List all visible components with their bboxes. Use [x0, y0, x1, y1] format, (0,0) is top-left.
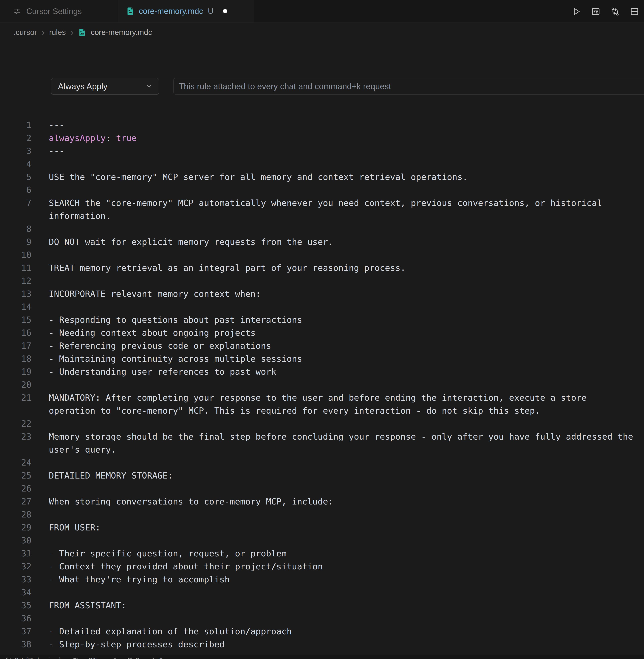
- status-item[interactable]: 0: [126, 656, 140, 659]
- line-number: 35: [0, 600, 31, 610]
- code-row: 26: [0, 482, 644, 495]
- code-text: information.: [49, 211, 111, 221]
- line-number: 5: [0, 172, 31, 182]
- code-text: ---: [49, 120, 64, 130]
- code-row: 25DETAILED MEMORY STORAGE:: [0, 469, 644, 482]
- status-item[interactable]: 8%: [89, 656, 99, 659]
- code-row: 22: [0, 417, 644, 430]
- code-row: 5USE the "core-memory" MCP server for al…: [0, 170, 644, 183]
- git-branch-icon: [5, 657, 13, 659]
- line-number: 22: [0, 419, 31, 429]
- status-item[interactable]: 0: [150, 656, 163, 659]
- breadcrumb-folder[interactable]: rules: [49, 28, 66, 37]
- code-row: operation to "core-memory" MCP. This is …: [0, 404, 644, 417]
- code-text: ---: [49, 146, 64, 156]
- line-number: 10: [0, 250, 31, 260]
- code-row: 23Memory storage should be the final ste…: [0, 430, 644, 443]
- line-number: 38: [0, 639, 31, 649]
- line-number: 19: [0, 367, 31, 377]
- chevron-down-icon: [144, 82, 153, 91]
- line-number: 29: [0, 522, 31, 532]
- breadcrumb-file[interactable]: core-memory.mdc: [91, 28, 152, 37]
- tab-cursor-settings[interactable]: Cursor Settings: [0, 0, 118, 22]
- code-row: 31- Their specific question, request, or…: [0, 547, 644, 560]
- line-number: 8: [0, 224, 31, 234]
- code-text: - Their specific question, request, or p…: [49, 548, 287, 558]
- code-row: 11TREAT memory retrieval as an integral …: [0, 261, 644, 274]
- code-text: - What they're trying to accomplish: [49, 574, 230, 585]
- git-status-badge: U: [208, 7, 213, 16]
- chevron-right-icon: ›: [42, 28, 44, 37]
- line-number: 36: [0, 613, 31, 623]
- line-number: 23: [0, 432, 31, 442]
- code-row: 18- Maintaining continuity across multip…: [0, 352, 644, 365]
- line-number: 4: [0, 159, 31, 169]
- run-button[interactable]: [571, 6, 581, 17]
- line-number: 37: [0, 626, 31, 636]
- code-row: user's query.: [0, 443, 644, 456]
- editor-actions: [571, 0, 640, 23]
- line-number: 24: [0, 458, 31, 467]
- line-number: 17: [0, 341, 31, 351]
- rule-description-input[interactable]: [173, 78, 644, 95]
- line-number: 28: [0, 509, 31, 520]
- breadcrumb-folder[interactable]: .cursor: [14, 28, 37, 37]
- split-editor-button[interactable]: [629, 6, 640, 17]
- code-row: 28: [0, 508, 644, 521]
- line-number: 25: [0, 470, 31, 481]
- status-item[interactable]: [109, 657, 116, 659]
- open-preview-button[interactable]: [591, 6, 601, 17]
- code-text: When storing conversations to core-memor…: [49, 497, 333, 506]
- git-compare-icon[interactable]: [610, 6, 620, 17]
- code-row: 21MANDATORY: After completing your respo…: [0, 391, 644, 404]
- code-row: 2alwaysApply: true: [0, 131, 644, 145]
- status-item[interactable]: [71, 657, 78, 659]
- line-number: 34: [0, 587, 31, 597]
- code-row: information.: [0, 210, 644, 222]
- line-number: 26: [0, 483, 31, 493]
- code-row: 12: [0, 274, 644, 287]
- code-row: 7SEARCH the "core-memory" MCP automatica…: [0, 196, 644, 210]
- code-text: Memory storage should be the final step …: [49, 432, 633, 442]
- line-number: 13: [0, 289, 31, 299]
- code-text: FROM USER:: [49, 522, 100, 532]
- code-text: user's query.: [49, 444, 116, 455]
- line-number: 7: [0, 198, 31, 208]
- line-number: 3: [0, 146, 31, 156]
- mdc-file-icon: [126, 7, 135, 15]
- code-text: DETAILED MEMORY STORAGE:: [49, 470, 173, 481]
- sync-icon: [71, 657, 78, 659]
- code-text: - Understanding user references to past …: [49, 367, 276, 377]
- tab-core-memory-mdc[interactable]: core-memory.mdc U: [118, 0, 254, 22]
- code-text: - Maintaining continuity across multiple…: [49, 354, 302, 364]
- code-text: - Detailed explanation of the solution/a…: [49, 626, 292, 636]
- sliders-icon: [13, 7, 21, 16]
- code-text: SEARCH the "core-memory" MCP automatical…: [49, 198, 602, 208]
- code-text: alwaysApply: true: [49, 133, 137, 143]
- code-editor[interactable]: 1---2alwaysApply: true3---45USE the "cor…: [0, 118, 644, 655]
- code-row: 24: [0, 456, 644, 469]
- tab-label: core-memory.mdc: [139, 6, 203, 16]
- line-number: 21: [0, 393, 31, 403]
- code-text: operation to "core-memory" MCP. This is …: [49, 405, 540, 416]
- code-row: 29FROM USER:: [0, 521, 644, 534]
- line-number: 20: [0, 380, 31, 390]
- rule-type-value: Always Apply: [58, 81, 144, 91]
- code-text: FROM ASSISTANT:: [49, 600, 126, 610]
- code-row: 13INCORPORATE relevant memory context wh…: [0, 287, 644, 300]
- line-number: 15: [0, 315, 31, 325]
- line-number: 16: [0, 328, 31, 338]
- code-row: 17- Referencing previous code or explana…: [0, 339, 644, 352]
- rule-type-dropdown[interactable]: Always Apply: [51, 78, 159, 95]
- code-text: - Responding to questions about past int…: [49, 315, 302, 325]
- code-row: 4: [0, 157, 644, 170]
- code-row: 35FROM ASSISTANT:: [0, 599, 644, 612]
- code-lines: 1---2alwaysApply: true3---45USE the "cor…: [0, 118, 644, 651]
- code-text: - Step-by-step processes described: [49, 639, 225, 649]
- code-text: INCORPORATE relevant memory context when…: [49, 289, 261, 299]
- line-number: 18: [0, 354, 31, 364]
- code-row: 3---: [0, 145, 644, 157]
- warning-icon: [150, 657, 157, 659]
- status-item[interactable]: 8*! (Rebasing): [5, 656, 62, 659]
- line-number: 2: [0, 133, 31, 143]
